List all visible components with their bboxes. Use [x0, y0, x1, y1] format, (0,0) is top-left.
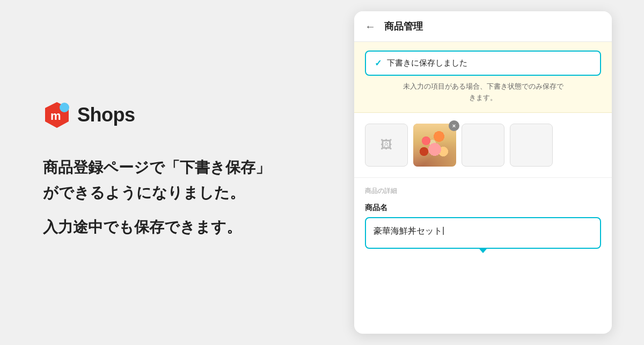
check-icon: ✓: [375, 58, 382, 68]
phone-mockup: ← 商品管理 ✓ 下書きに保存しました 未入力の項目がある場合、下書き状態でのみ…: [354, 11, 612, 334]
image-slot-4[interactable]: [510, 124, 553, 167]
caret-indicator: [479, 249, 487, 253]
image-slot-3[interactable]: [462, 124, 504, 167]
toast-message: 下書きに保存しました: [387, 58, 467, 68]
svg-point-2: [60, 103, 69, 112]
input-wrapper: 豪華海鮮丼セット|: [365, 217, 601, 249]
text-cursor: |: [442, 226, 443, 235]
field-label: 商品名: [365, 203, 601, 213]
image-section: 🖼 ×: [354, 113, 612, 178]
image-placeholder[interactable]: 🖼: [365, 124, 408, 167]
form-section: 商品の詳細 商品名 豪華海鮮丼セット|: [354, 178, 612, 334]
image-thumb-wrapper: ×: [413, 124, 456, 167]
svg-text:m: m: [50, 109, 61, 123]
mockup-header: ← 商品管理: [354, 11, 612, 42]
logo-icon: m: [43, 101, 71, 129]
food-image-thumb[interactable]: [413, 124, 456, 167]
warning-text: 未入力の項目がある場合、下書き状態でのみ保存できます。: [365, 81, 601, 104]
food-image: [413, 124, 456, 167]
product-name-value: 豪華海鮮丼セット: [374, 226, 442, 235]
image-row: 🖼 ×: [365, 124, 601, 167]
logo-svg: m: [43, 101, 71, 129]
mockup-title: 商品管理: [384, 20, 423, 33]
back-button[interactable]: ←: [365, 20, 376, 33]
main-line3: 入力途中でも保存できます。: [43, 214, 322, 240]
left-panel: m Shops 商品登録ページで「下書き保存」 ができるようになりました。 入力…: [0, 69, 354, 277]
logo-text: Shops: [77, 104, 135, 126]
right-panel: ← 商品管理 ✓ 下書きに保存しました 未入力の項目がある場合、下書き状態でのみ…: [354, 11, 612, 334]
remove-image-button[interactable]: ×: [449, 120, 459, 131]
section-label: 商品の詳細: [365, 186, 601, 196]
main-text: 商品登録ページで「下書き保存」 ができるようになりました。 入力途中でも保存でき…: [43, 155, 322, 240]
main-line1: 商品登録ページで「下書き保存」: [43, 155, 322, 181]
main-line2: ができるようになりました。: [43, 180, 322, 206]
mockup-body: ✓ 下書きに保存しました 未入力の項目がある場合、下書き状態でのみ保存できます。…: [354, 42, 612, 334]
logo-area: m Shops: [43, 101, 322, 129]
image-placeholder-icon: 🖼: [380, 138, 392, 152]
success-toast: ✓ 下書きに保存しました: [365, 51, 601, 76]
product-name-input[interactable]: 豪華海鮮丼セット|: [365, 217, 601, 249]
success-banner: ✓ 下書きに保存しました 未入力の項目がある場合、下書き状態でのみ保存できます。: [354, 42, 612, 113]
